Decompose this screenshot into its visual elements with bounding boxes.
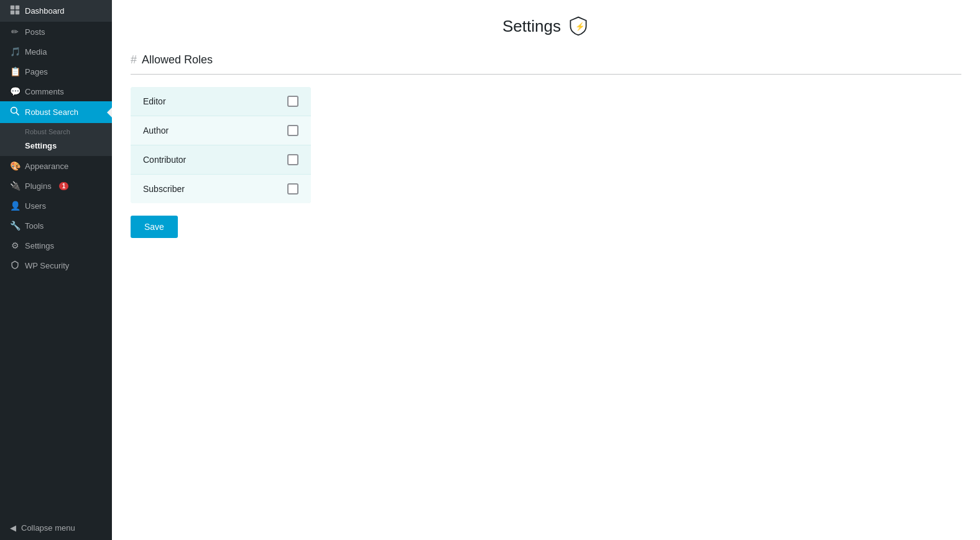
svg-rect-1 — [16, 6, 19, 9]
comments-icon: 💬 — [10, 86, 20, 96]
role-checkbox-author[interactable] — [287, 125, 298, 136]
dashboard-icon — [10, 5, 20, 17]
tools-icon: 🔧 — [10, 221, 20, 231]
sidebar-item-label-robust-search: Robust Search — [25, 108, 78, 117]
role-row-contributor: Contributor — [131, 145, 311, 175]
page-header: Settings ⚡ — [112, 0, 980, 47]
svg-text:⚡: ⚡ — [575, 22, 585, 32]
svg-line-5 — [16, 112, 19, 115]
plugins-badge: 1 — [59, 182, 69, 190]
sidebar-item-label-wp-security: WP Security — [25, 261, 69, 270]
sidebar-item-label-users: Users — [25, 201, 46, 211]
content-area: # Allowed Roles EditorAuthorContributorS… — [112, 47, 980, 257]
sidebar-item-label-pages: Pages — [25, 67, 48, 76]
sidebar-item-media[interactable]: 🎵 Media — [0, 42, 112, 62]
sidebar-item-label-settings: Settings — [25, 241, 54, 250]
role-checkbox-subscriber[interactable] — [287, 183, 298, 194]
heading-hash: # — [131, 53, 137, 66]
sidebar-item-label-appearance: Appearance — [25, 162, 68, 171]
sidebar-item-dashboard[interactable]: Dashboard — [0, 0, 112, 22]
heading-label: Allowed Roles — [142, 53, 213, 66]
sidebar-item-wp-security[interactable]: WP Security — [0, 255, 112, 276]
collapse-menu[interactable]: ◀ Collapse menu — [0, 516, 112, 540]
robust-search-submenu: Robust Search Settings — [0, 123, 112, 156]
collapse-label: Collapse menu — [21, 523, 75, 533]
posts-icon: ✏ — [10, 27, 20, 37]
sidebar-item-tools[interactable]: 🔧 Tools — [0, 216, 112, 236]
sidebar-item-label-comments: Comments — [25, 87, 64, 96]
collapse-icon: ◀ — [10, 523, 16, 533]
page-shield-icon: ⚡ — [567, 15, 589, 37]
wp-security-icon — [10, 260, 20, 271]
sidebar-item-plugins[interactable]: 🔌 Plugins 1 — [0, 176, 112, 196]
sidebar-item-pages[interactable]: 📋 Pages — [0, 62, 112, 81]
robust-search-submenu-parent: Robust Search — [0, 126, 112, 138]
section-divider — [131, 74, 961, 75]
sidebar-item-appearance[interactable]: 🎨 Appearance — [0, 156, 112, 176]
sidebar-arrow — [107, 108, 112, 117]
sidebar-item-posts[interactable]: ✏ Posts — [0, 22, 112, 42]
svg-rect-0 — [11, 6, 14, 9]
sidebar-item-users[interactable]: 👤 Users — [0, 196, 112, 216]
role-checkbox-editor[interactable] — [287, 96, 298, 107]
settings-submenu-label: Settings — [25, 141, 57, 150]
role-checkbox-contributor[interactable] — [287, 154, 298, 165]
sidebar-item-comments[interactable]: 💬 Comments — [0, 81, 112, 101]
plugins-icon: 🔌 — [10, 181, 20, 191]
role-label-subscriber: Subscriber — [143, 184, 185, 194]
media-icon: 🎵 — [10, 47, 20, 57]
role-label-editor: Editor — [143, 96, 166, 106]
settings-icon: ⚙ — [10, 240, 20, 250]
main-content: Settings ⚡ # Allowed Roles EditorAuthorC… — [112, 0, 980, 540]
users-icon: 👤 — [10, 201, 20, 211]
svg-point-4 — [11, 108, 17, 114]
appearance-icon: 🎨 — [10, 161, 20, 171]
sidebar-item-label-tools: Tools — [25, 221, 44, 231]
svg-rect-2 — [11, 11, 14, 14]
svg-rect-3 — [16, 11, 19, 14]
roles-table: EditorAuthorContributorSubscriber — [131, 87, 311, 203]
sidebar-item-label-dashboard: Dashboard — [25, 6, 65, 16]
role-label-contributor: Contributor — [143, 155, 186, 165]
sidebar-item-label-media: Media — [25, 47, 47, 57]
sidebar-item-robust-search[interactable]: Robust Search — [0, 101, 112, 123]
page-title: Settings — [502, 17, 561, 36]
robust-search-icon — [10, 106, 20, 118]
sidebar-item-settings[interactable]: ⚙ Settings — [0, 236, 112, 255]
section-heading: # Allowed Roles — [131, 53, 961, 66]
robust-search-settings-item[interactable]: Settings — [0, 138, 112, 153]
sidebar-item-label-plugins: Plugins — [25, 181, 52, 191]
sidebar: Dashboard ✏ Posts 🎵 Media 📋 Pages 💬 Comm… — [0, 0, 112, 540]
pages-icon: 📋 — [10, 66, 20, 76]
role-row-editor: Editor — [131, 87, 311, 116]
save-button[interactable]: Save — [131, 216, 178, 238]
role-row-author: Author — [131, 116, 311, 145]
sidebar-item-label-posts: Posts — [25, 27, 45, 37]
role-label-author: Author — [143, 126, 169, 135]
role-row-subscriber: Subscriber — [131, 175, 311, 203]
